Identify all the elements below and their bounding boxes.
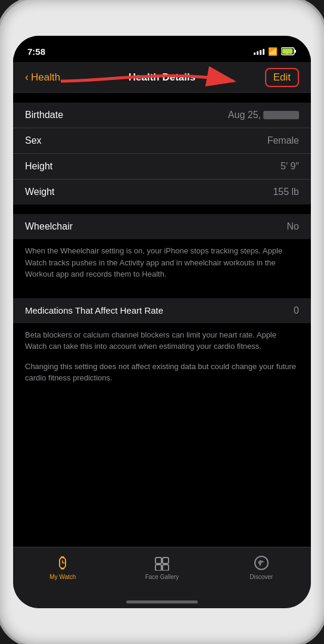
nav-bar: ‹ Health Health Details Edit xyxy=(13,62,311,93)
wheelchair-value: No xyxy=(287,221,299,232)
wheelchair-label: Wheelchair xyxy=(25,221,73,232)
weight-row: Weight 155 lb xyxy=(13,179,311,205)
signal-bar-2 xyxy=(257,51,258,55)
svg-rect-12 xyxy=(155,565,161,571)
birthdate-value: Aug 25, xyxy=(228,110,299,120)
medications-description-1: Beta blockers or calcium channel blocker… xyxy=(13,323,311,361)
svg-text:⚡: ⚡ xyxy=(285,50,290,55)
face-gallery-icon xyxy=(154,555,170,571)
height-label: Height xyxy=(25,161,52,172)
svg-rect-13 xyxy=(163,565,169,571)
svg-rect-9 xyxy=(61,568,64,569)
edit-button-container: Edit xyxy=(265,68,299,87)
medications-card: Medications That Affect Heart Rate 0 xyxy=(13,298,311,323)
watch-icon xyxy=(54,555,71,571)
status-time: 7:58 xyxy=(27,47,45,57)
tab-bar: My Watch Face Gallery xyxy=(13,547,311,597)
height-row: Height 5′ 9″ xyxy=(13,154,311,179)
tab-my-watch-label: My Watch xyxy=(49,574,76,580)
tab-discover-label: Discover xyxy=(250,574,273,580)
home-indicator xyxy=(13,597,311,608)
signal-bar-1 xyxy=(254,52,256,55)
phone-frame: 7:58 📶 ⚡ ‹ Heal xyxy=(0,0,324,644)
medications-description-2: Changing this setting does not affect ex… xyxy=(13,361,311,392)
wheelchair-section: Wheelchair No When the Wheelchair settin… xyxy=(13,214,311,289)
svg-rect-8 xyxy=(61,556,64,558)
medications-value: 0 xyxy=(294,305,299,316)
phone-screen: 7:58 📶 ⚡ ‹ Heal xyxy=(13,36,311,608)
sex-label: Sex xyxy=(25,135,42,146)
medications-label: Medications That Affect Heart Rate xyxy=(25,305,163,315)
weight-value: 155 lb xyxy=(273,187,299,197)
tab-face-gallery-label: Face Gallery xyxy=(145,574,179,580)
status-icons: 📶 ⚡ xyxy=(254,47,297,56)
signal-bar-4 xyxy=(263,49,264,55)
status-bar: 7:58 📶 ⚡ xyxy=(13,36,311,62)
birthdate-text: Aug 25, xyxy=(228,110,261,120)
sex-row: Sex Female xyxy=(13,128,311,154)
birthdate-blur xyxy=(263,111,299,119)
discover-icon xyxy=(253,555,270,571)
health-details-card: Birthdate Aug 25, Sex Female Height 5′ 9… xyxy=(13,103,311,205)
svg-rect-11 xyxy=(163,558,169,564)
nav-back-label: Health xyxy=(31,72,60,83)
signal-icon xyxy=(254,48,264,55)
tab-face-gallery[interactable]: Face Gallery xyxy=(113,555,212,580)
height-value: 5′ 9″ xyxy=(281,161,299,172)
wheelchair-card: Wheelchair No xyxy=(13,214,311,239)
wifi-icon: 📶 xyxy=(268,47,278,56)
nav-title: Health Details xyxy=(129,72,195,83)
tab-discover[interactable]: Discover xyxy=(211,555,311,580)
edit-button[interactable]: Edit xyxy=(265,68,299,87)
health-details-section: Birthdate Aug 25, Sex Female Height 5′ 9… xyxy=(13,103,311,205)
birthdate-row: Birthdate Aug 25, xyxy=(13,103,311,128)
signal-bar-3 xyxy=(260,50,261,55)
wheelchair-row: Wheelchair No xyxy=(13,214,311,239)
wheelchair-description: When the Wheelchair setting is on, your … xyxy=(13,239,311,289)
weight-label: Weight xyxy=(25,187,55,197)
medications-row: Medications That Affect Heart Rate 0 xyxy=(13,298,311,323)
svg-marker-15 xyxy=(258,560,264,566)
home-bar xyxy=(126,600,198,603)
back-chevron-icon: ‹ xyxy=(25,71,29,83)
tab-my-watch[interactable]: My Watch xyxy=(13,555,113,580)
birthdate-label: Birthdate xyxy=(25,110,63,120)
battery-icon: ⚡ xyxy=(281,47,297,55)
medications-section: Medications That Affect Heart Rate 0 Bet… xyxy=(13,298,311,392)
sex-value: Female xyxy=(267,135,299,146)
content-area: Birthdate Aug 25, Sex Female Height 5′ 9… xyxy=(13,93,311,547)
svg-rect-1 xyxy=(294,50,296,53)
nav-back-button[interactable]: ‹ Health xyxy=(25,71,60,83)
svg-rect-10 xyxy=(155,558,161,564)
